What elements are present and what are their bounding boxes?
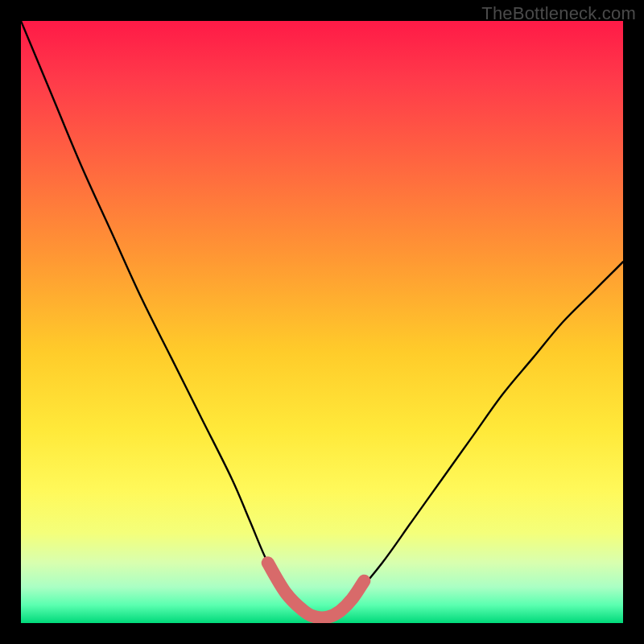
bottleneck-curve-line — [21, 21, 623, 618]
optimal-range-highlight-line — [268, 563, 365, 617]
chart-svg — [21, 21, 623, 623]
chart-frame: TheBottleneck.com — [0, 0, 644, 644]
chart-plot-area — [21, 21, 623, 623]
